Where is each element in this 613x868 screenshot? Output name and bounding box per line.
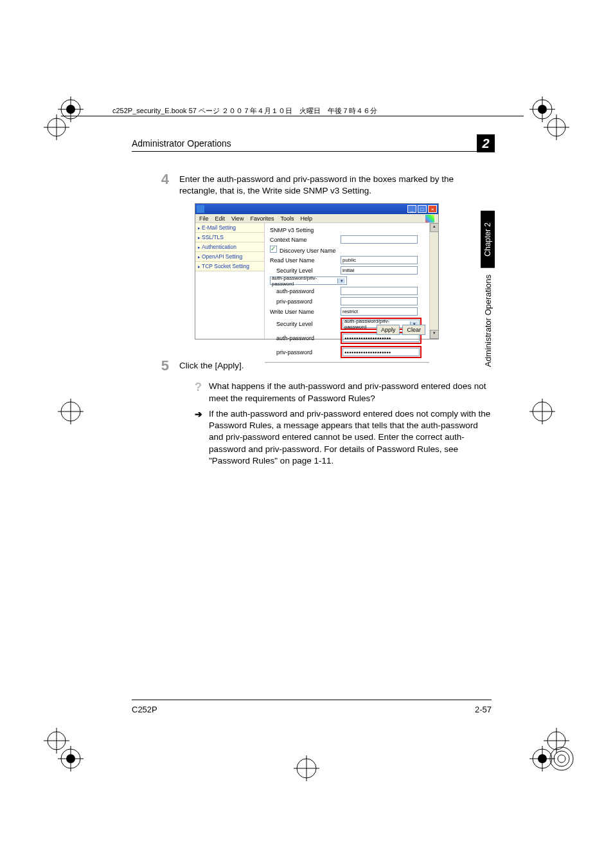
side-tab-chapter: Chapter 2 [481, 211, 495, 268]
close-button[interactable]: × [428, 205, 437, 213]
svg-point-39 [558, 755, 565, 763]
read-auth-pw-input[interactable] [341, 287, 418, 295]
sidebar-item-auth[interactable]: Authentication [195, 242, 264, 252]
page-title: Administrator Operations [132, 138, 492, 149]
svg-point-37 [550, 747, 573, 770]
read-user-input[interactable]: public [341, 256, 418, 264]
crop-mark-icon [294, 755, 319, 781]
svg-point-38 [554, 751, 569, 766]
windows-logo-icon [425, 215, 434, 222]
step-5: 5 Click the [Apply]. [132, 357, 492, 374]
scroll-up-icon[interactable]: ▴ [430, 223, 439, 232]
sidebar: E-Mail Setting SSL/TLS Authentication Op… [195, 223, 265, 339]
browser-menubar: File Edit View Favorites Tools Help [195, 214, 438, 223]
window-titlebar: _ □ × [195, 204, 438, 214]
screenshot-browser-window: _ □ × File Edit View Favorites Tools Hel… [195, 203, 439, 339]
maximize-button[interactable]: □ [418, 205, 427, 213]
sidebar-item-tcpsocket[interactable]: TCP Socket Setting [195, 262, 264, 271]
side-tab-label: Administrator Operations [481, 275, 495, 375]
side-tab: Chapter 2 Administrator Operations [481, 211, 496, 374]
scrollbar[interactable]: ▴ ▾ [429, 223, 438, 339]
chevron-down-icon: ▾ [337, 278, 345, 284]
footer-page: 2-57 [475, 705, 492, 714]
scroll-down-icon[interactable]: ▾ [430, 330, 439, 339]
chapter-number-box: 2 [477, 134, 495, 152]
question-row: ? What happens if the auth-password and … [195, 381, 492, 404]
menu-favorites[interactable]: Favorites [250, 215, 274, 222]
label-priv-pw-2: priv-password [270, 349, 341, 356]
footer: C252P 2-57 [132, 705, 492, 714]
crop-mark-icon [44, 114, 69, 140]
discovery-checkbox[interactable] [270, 246, 277, 253]
ie-icon [197, 205, 204, 213]
footer-model: C252P [132, 705, 157, 714]
write-priv-pw-input[interactable]: ●●●●●●●●●●●●●●●●●●●● [342, 348, 420, 356]
answer-row: ➔ If the auth-password and priv-password… [195, 408, 492, 467]
label-security-level: Security Level [270, 267, 341, 274]
label-discovery-user: Discovery User Name [270, 246, 341, 254]
sidebar-item-email[interactable]: E-Mail Setting [195, 223, 264, 233]
label-auth-pw-2: auth-password [270, 335, 341, 341]
header-rule [61, 116, 524, 116]
sidebar-item-openapi[interactable]: OpenAPI Setting [195, 252, 264, 262]
label-security-level-2: Security Level [270, 321, 341, 327]
form-title: SNMP v3 Setting [270, 227, 341, 233]
label-write-user: Write User Name [270, 309, 341, 315]
step-text: Click the [Apply]. [179, 357, 492, 374]
read-security-level-select[interactable]: auth-password/priv-password▾ [270, 276, 347, 285]
sidebar-item-ssltls[interactable]: SSL/TLS [195, 233, 264, 242]
divider [265, 362, 429, 363]
menu-tools[interactable]: Tools [280, 215, 294, 222]
menu-file[interactable]: File [199, 215, 209, 222]
crop-mark-icon [44, 728, 69, 754]
label-read-user: Read User Name [270, 257, 341, 264]
step-number: 4 [132, 171, 179, 197]
arrow-right-icon: ➔ [195, 408, 209, 467]
crop-mark-icon [544, 114, 569, 140]
crop-mark-icon [529, 399, 555, 424]
menu-view[interactable]: View [231, 215, 244, 222]
step-number: 5 [132, 357, 179, 374]
step-text: Enter the auth-password and priv-passwor… [179, 171, 492, 197]
crop-mark-icon [549, 746, 574, 772]
read-initial-input[interactable]: initial [341, 266, 418, 275]
question-text: What happens if the auth-password and pr… [209, 381, 492, 404]
context-name-input[interactable] [341, 235, 418, 244]
title-rule [132, 151, 492, 152]
crop-mark-icon [58, 399, 84, 424]
form-panel: SNMP v3 Setting Context Name Discovery U… [265, 223, 438, 339]
label-priv-pw: priv-password [270, 298, 341, 305]
minimize-button[interactable]: _ [407, 205, 416, 213]
question-mark-icon: ? [195, 381, 209, 404]
answer-text: If the auth-password and priv-password e… [209, 408, 492, 467]
apply-button[interactable]: Apply [377, 325, 400, 335]
label-auth-pw: auth-password [270, 288, 341, 294]
step-4: 4 Enter the auth-password and priv-passw… [132, 171, 492, 197]
menu-edit[interactable]: Edit [215, 215, 226, 222]
footer-rule [132, 700, 492, 700]
write-user-input[interactable]: restrict [341, 307, 418, 316]
menu-help[interactable]: Help [300, 215, 312, 222]
label-context-name: Context Name [270, 237, 341, 243]
print-header: c252P_security_E.book 57 ページ ２００７年４月１０日 … [112, 106, 377, 116]
read-priv-pw-input[interactable] [341, 297, 418, 305]
clear-button[interactable]: Clear [402, 325, 425, 335]
